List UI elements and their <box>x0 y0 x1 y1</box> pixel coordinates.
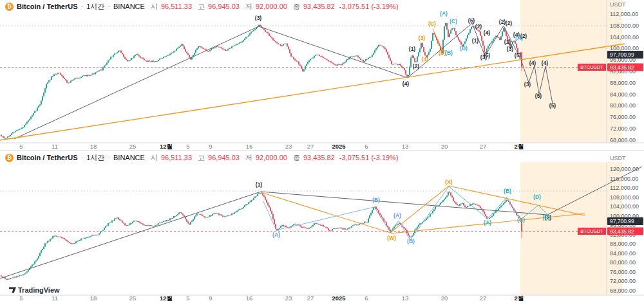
wave-label: (5) <box>484 52 491 59</box>
wave-label: (3) <box>419 35 426 41</box>
price-tick-label: 84,000.00 <box>610 91 636 98</box>
badge-price: 93,435.82 <box>610 228 634 235</box>
price-tick-label: 80,000.00 <box>610 259 636 266</box>
price-tick-label: 120,000.00 <box>610 166 639 172</box>
high-value: 96,945.03 <box>208 154 240 162</box>
wave-label: (D) <box>533 194 541 200</box>
time-tick-label: 6 <box>365 143 368 150</box>
interval-label[interactable]: 1시간 <box>86 3 104 11</box>
time-tick-label: 27 <box>480 143 487 150</box>
symbol-name[interactable]: Bitcoin / TetherUS <box>17 3 78 11</box>
interval-label[interactable]: 1시간 <box>86 154 104 162</box>
time-tick-label: 6 <box>365 295 368 301</box>
close-label: 종 <box>293 154 300 162</box>
high-value: 96,945.03 <box>208 3 240 11</box>
time-tick-label: 5 <box>19 143 23 150</box>
price-tick-label: 116,000.00 <box>610 176 638 182</box>
wave-label: (A) <box>484 219 491 226</box>
price-tick-label: 68,000.00 <box>610 287 636 294</box>
badge-price: 93,435.82 <box>610 64 634 71</box>
price-tick-label: 108,000.00 <box>610 194 639 201</box>
price-tick-label: 88,000.00 <box>610 80 636 86</box>
bitcoin-icon: ₿ <box>5 154 14 162</box>
price-tick-label: 88,000.00 <box>610 241 636 247</box>
time-tick-label: 25 <box>129 143 137 150</box>
time-tick-label: 27 <box>307 295 314 301</box>
time-tick-label: 16 <box>246 295 253 301</box>
price-tick-label: 76,000.00 <box>610 114 636 120</box>
symbol-tag: BTCUSDT <box>580 64 603 70</box>
time-tick-label: 18 <box>90 295 97 301</box>
wave-label: (4) <box>484 30 491 36</box>
change-value: -3,075.51 (-3.19%) <box>339 154 399 162</box>
low-label: 저 <box>245 3 252 11</box>
watermark-text: TradingView <box>18 286 60 294</box>
time-tick-label: 13 <box>402 143 409 150</box>
exchange-label: BINANCE <box>113 154 145 162</box>
time-tick-label: 25 <box>129 295 137 301</box>
wave-label: (3) <box>524 81 531 87</box>
price-tick-label: 112,000.00 <box>610 11 638 17</box>
time-tick-label: 13 <box>402 295 409 301</box>
low-label: 저 <box>245 154 252 162</box>
close-value: 93,435.82 <box>303 3 335 11</box>
wave-label: (A) <box>515 35 523 41</box>
wave-label: (D) <box>460 45 468 51</box>
wave-label: (2) <box>475 23 482 30</box>
wave-label: (2) <box>506 20 513 26</box>
time-tick-label: 5 <box>186 143 189 150</box>
wave-label: (1) <box>256 181 263 188</box>
price-tick-label: 72,000.00 <box>610 278 636 284</box>
time-tick-label: 5 <box>19 295 23 301</box>
wave-label: (4) <box>542 60 549 66</box>
price-tick-label: 68,000.00 <box>610 137 636 143</box>
wave-label: (4) <box>402 80 410 87</box>
wave-label: (3) <box>255 15 262 21</box>
time-tick-label: 2월 <box>515 143 524 150</box>
price-badge: 97,700.99 <box>607 217 643 225</box>
price-tick-label: 104,000.00 <box>610 34 639 41</box>
time-tick-label: 2025 <box>332 143 346 150</box>
time-tick-label: 23 <box>285 295 292 301</box>
time-tick-label: 12월 <box>160 143 173 150</box>
time-tick-label: 11 <box>52 295 58 301</box>
open-label: 시 <box>151 3 158 11</box>
price-tick-label: 76,000.00 <box>610 269 636 275</box>
wave-label: (1) <box>504 39 511 45</box>
high-label: 고 <box>198 3 205 11</box>
wave-label: (5) <box>535 93 542 99</box>
low-value: 92,000.00 <box>256 154 287 162</box>
open-value: 96,511.33 <box>161 154 192 162</box>
chart-panel-top: ₿ Bitcoin / TetherUS · 1시간 · BINANCE 시 9… <box>0 0 644 150</box>
tradingview-multichart: ₿ Bitcoin / TetherUS · 1시간 · BINANCE 시 9… <box>0 0 644 301</box>
price-tick-label: 108,000.00 <box>610 23 639 29</box>
wave-label: (X) <box>445 179 453 185</box>
tradingview-logo: TradingView <box>9 286 60 294</box>
symbol-tag: BTCUSDT <box>580 228 603 234</box>
candles-layer <box>1 191 522 280</box>
price-tick-label: 104,000.00 <box>610 203 639 210</box>
wave-label: (1) <box>409 46 416 52</box>
wave-label: (5) <box>549 102 556 109</box>
bottom-chart-svg[interactable]: (1)(2)(W)(X)(A)(B)(A)(B)(A)(B)(C)(D)(E)U… <box>0 151 644 301</box>
wave-label: (2) <box>413 63 420 69</box>
wave-label: (5) <box>468 17 475 24</box>
symbol-header-top[interactable]: ₿ Bitcoin / TetherUS · 1시간 · BINANCE 시 9… <box>5 3 399 11</box>
trend-line <box>263 187 449 240</box>
time-tick-label: 11 <box>52 143 58 150</box>
symbol-name[interactable]: Bitcoin / TetherUS <box>17 154 78 162</box>
bitcoin-icon: ₿ <box>5 3 14 11</box>
time-tick-label: 23 <box>285 143 292 150</box>
time-tick-label: 2025 <box>332 295 346 301</box>
time-tick-label: 16 <box>246 143 253 150</box>
wave-label: (4) <box>422 56 429 62</box>
top-chart-svg[interactable]: (3)(4)(1)(2)(5)(2)(4)(1)(3)(5)(2)(2)(1)(… <box>0 0 644 150</box>
low-value: 92,000.00 <box>256 3 287 11</box>
symbol-header-bottom[interactable]: ₿ Bitcoin / TetherUS · 1시간 · BINANCE 시 9… <box>5 154 399 162</box>
wave-label: (B) <box>504 188 511 194</box>
symbol-price-badge: BTCUSDT93,435.82 <box>578 228 643 235</box>
wave-label: (W) <box>387 235 396 241</box>
wave-label: (3) <box>507 46 514 52</box>
wave-label: (A) <box>393 212 401 219</box>
time-axis[interactable]: 511182512월59162327202561320272월 <box>19 143 524 150</box>
